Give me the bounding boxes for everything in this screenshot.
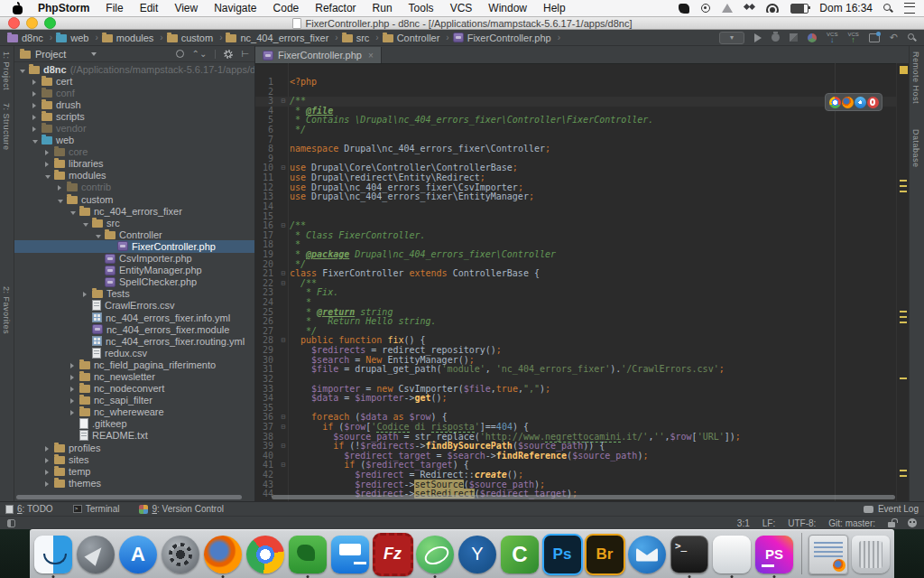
vcs-changes-icon[interactable] (869, 33, 880, 42)
dock-bridge-icon[interactable]: Br (585, 534, 625, 574)
tool-button-favorites[interactable]: 2: Favorites (2, 286, 11, 334)
tree-item-web[interactable]: web (14, 135, 254, 146)
tree-item-custom[interactable]: custom (14, 193, 254, 205)
tree-collapse-arrow[interactable] (45, 170, 54, 181)
tool-button-terminal[interactable]: >Terminal (73, 504, 120, 514)
tool-button-database[interactable]: Database (911, 129, 920, 168)
tree-item-contrib[interactable]: contrib (14, 182, 254, 193)
tree-item-nc-404-errors-fixer-routing-yml[interactable]: nc_404_errors_fixer.routing.yml (14, 335, 254, 347)
tree-item-libraries[interactable]: libraries (14, 158, 254, 170)
dock-finder-icon[interactable] (33, 534, 74, 574)
tree-item-core[interactable]: core (14, 146, 254, 158)
dock-chrome-icon[interactable] (245, 534, 286, 574)
tree-collapse-arrow[interactable] (58, 194, 67, 205)
menu-file[interactable]: File (106, 2, 123, 14)
tree-item-spellchecker-php[interactable]: SpellChecker.php (14, 276, 254, 288)
dock-photoshop-icon[interactable]: Ps (542, 534, 583, 574)
evernote-icon[interactable] (679, 4, 689, 14)
tree-item-controller[interactable]: Controller (14, 228, 254, 240)
tree-item-nc-newsletter[interactable]: nc_newsletter (14, 370, 254, 382)
tree-expand-arrow[interactable] (45, 454, 54, 465)
git-branch-widget[interactable]: Git: master: (828, 518, 875, 528)
search-everywhere-icon[interactable] (908, 33, 917, 42)
dock-sourcetree-icon[interactable]: Y (457, 534, 498, 574)
menu-code[interactable]: Code (273, 2, 300, 14)
vcs-update-icon[interactable]: VCS↓ (827, 33, 837, 42)
warning-stripe-mark[interactable] (900, 322, 907, 323)
tree-expand-arrow[interactable] (45, 443, 54, 453)
collapse-all-icon[interactable]: ⌃⌄ (192, 50, 208, 59)
close-tab-icon[interactable]: × (368, 51, 374, 61)
caret-position[interactable]: 3:1 (737, 518, 750, 528)
tree-expand-arrow[interactable] (45, 158, 54, 169)
menu-tools[interactable]: Tools (409, 2, 434, 14)
warning-stripe-mark[interactable] (900, 191, 907, 192)
menu-navigate[interactable]: Navigate (214, 2, 256, 14)
dock-thunderbird-icon[interactable] (627, 534, 668, 574)
record-icon[interactable] (701, 4, 710, 13)
tree-expand-arrow[interactable] (32, 88, 42, 98)
dock-terminal-icon[interactable]: >_ (670, 534, 710, 574)
tree-item-csvimporter-php[interactable]: CsvImporter.php (14, 253, 254, 265)
debug-icon[interactable] (772, 33, 780, 42)
tool-button-structure[interactable]: 7: Structure (2, 103, 11, 151)
fold-marker[interactable]: ⊟ (277, 413, 290, 423)
tree-item-drush[interactable]: drush (14, 98, 254, 110)
tree-item-cert[interactable]: cert (14, 75, 254, 87)
dock-firefox-icon[interactable] (203, 534, 244, 574)
apple-menu-icon[interactable] (13, 3, 23, 14)
firefox-icon[interactable] (842, 97, 854, 108)
tree-expand-arrow[interactable] (83, 288, 92, 299)
drive-icon[interactable] (722, 4, 733, 13)
tree-expand-arrow[interactable] (70, 371, 79, 382)
vcs-commit-icon[interactable]: VCS↑ (847, 33, 858, 42)
tree-collapse-arrow[interactable] (83, 218, 92, 228)
dock-appstore-icon[interactable]: A (118, 534, 159, 574)
warning-stripe-mark[interactable] (900, 180, 907, 182)
chrome-icon[interactable] (829, 97, 841, 108)
tool-window-toggle-icon[interactable] (7, 519, 15, 527)
breadcrumb-item-modules[interactable]: modules (102, 33, 154, 43)
dock-minwin-icon[interactable] (808, 534, 849, 574)
inspections-hector-icon[interactable] (908, 518, 917, 527)
project-tree-hscrollbar[interactable] (16, 495, 242, 499)
rollback-icon[interactable]: ↶ (890, 32, 898, 43)
tree-collapse-arrow[interactable] (32, 135, 42, 145)
tree-item-nc-404-errors-fixer[interactable]: nc_404_errors_fixer (14, 205, 254, 217)
warning-stripe-mark[interactable] (900, 316, 907, 318)
breadcrumb-item-d8nc[interactable]: d8nc (7, 33, 43, 43)
readonly-lock-icon[interactable] (888, 522, 895, 527)
tool-button-project[interactable]: 1: Project (2, 51, 11, 90)
tree-item-redux-csv[interactable]: redux.csv (14, 347, 254, 359)
tree-item-d8nc[interactable]: d8nc (/Applications/mampstack-5.6.17-1/a… (14, 63, 254, 75)
warning-stripe-mark[interactable] (900, 475, 907, 477)
warning-stripe-mark[interactable] (900, 470, 907, 471)
inspection-status-square[interactable] (900, 66, 908, 74)
breadcrumb-item-src[interactable]: src (342, 33, 370, 43)
project-panel-title[interactable]: Project (35, 49, 66, 60)
tree-item-readme-txt[interactable]: README.txt (14, 430, 254, 442)
run-icon[interactable] (754, 33, 762, 42)
tree-item-modules[interactable]: modules (14, 170, 254, 182)
tree-expand-arrow[interactable] (32, 99, 42, 110)
menu-vcs[interactable]: VCS (450, 2, 473, 14)
encoding-widget[interactable]: UTF-8: (788, 518, 816, 528)
fold-marker[interactable]: ⊟ (277, 269, 290, 279)
fold-marker[interactable]: ⊟ (277, 163, 290, 173)
tree-item-nc-sapi-filter[interactable]: nc_sapi_filter (14, 395, 254, 406)
notification-center-icon[interactable] (904, 3, 915, 14)
wifi-icon[interactable] (766, 4, 779, 13)
tree-item-crawlerrors-csv[interactable]: CrawlErrors.csv (14, 300, 254, 312)
warning-stripe-mark[interactable] (900, 378, 907, 379)
dropbox-icon[interactable] (744, 4, 754, 13)
tree-expand-arrow[interactable] (45, 466, 54, 477)
line-separator-widget[interactable]: LF: (762, 518, 775, 528)
error-stripe[interactable] (896, 63, 910, 501)
tree-expand-arrow[interactable] (32, 123, 42, 134)
tree-expand-arrow[interactable] (70, 383, 79, 394)
warning-stripe-mark[interactable] (900, 311, 907, 312)
menu-clock[interactable]: Dom 16:34 (819, 2, 873, 14)
coverage-icon[interactable] (790, 33, 798, 42)
window-title-bar[interactable]: FixerController.php - d8nc - [/Applicati… (0, 17, 924, 30)
battery-icon[interactable] (790, 4, 808, 14)
